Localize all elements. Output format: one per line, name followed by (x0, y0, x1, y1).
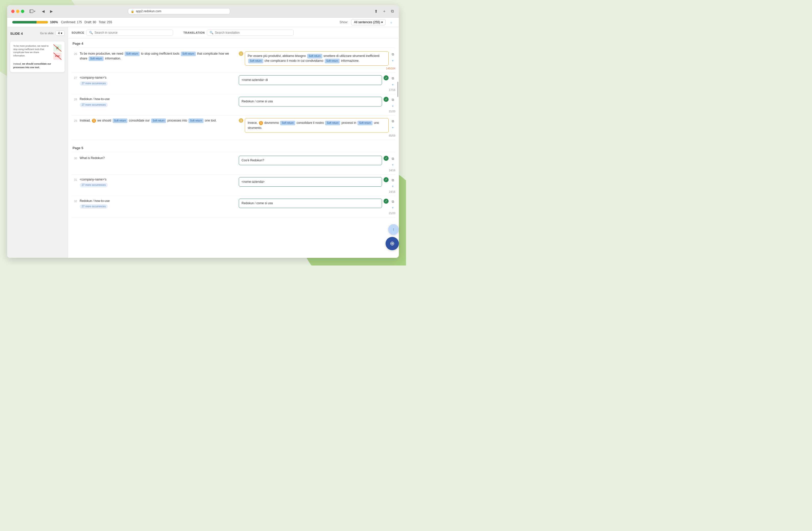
lock-icon: 🔒 (131, 10, 134, 13)
more-occurrences[interactable]: 27 more occurrences (80, 81, 108, 86)
back-button[interactable]: ◀ (40, 8, 47, 15)
translation-input-wrap: <nome-azienda> di ✓ ⧉ + (239, 75, 395, 87)
copy-button[interactable]: ⧉ (390, 119, 395, 124)
help-button[interactable]: ⊕ (386, 237, 399, 250)
row-num: 32 (72, 198, 77, 203)
translation-box[interactable]: <nome-azienda> di (239, 75, 382, 85)
info-icon: i (239, 118, 243, 123)
go-to-chevron: ▾ (61, 31, 62, 35)
toolbar-stats: Confirmed: 175 Draft: 80 Total: 255 (61, 20, 112, 24)
source-cell: Redokun / how-to-use 27 more occurrences (80, 97, 236, 107)
sidebar-toggle[interactable]: ▾ (29, 9, 35, 13)
row-num: 31 (72, 177, 77, 181)
translation-cell: Cos'è Redokun? ✓ ⧉ + 14/16 (239, 156, 395, 172)
add-button[interactable]: + (390, 125, 395, 130)
translation-box[interactable]: <nome-azienda> (239, 177, 382, 187)
row-actions: ⧉ + (390, 156, 395, 167)
copy-button[interactable]: ⧉ (390, 97, 395, 102)
scrollbar[interactable] (397, 82, 398, 97)
source-search-wrap[interactable]: 🔍 (86, 30, 173, 36)
soft-return-tag: Soft return (89, 56, 104, 61)
translation-box[interactable]: Redokun / come si usa (239, 198, 382, 208)
soft-return-tag: Soft return (325, 121, 340, 126)
translation-input-wrap: Redokun / come si usa ✓ ⧉ + (239, 97, 395, 108)
close-button[interactable] (11, 10, 15, 13)
forward-button[interactable]: ▶ (48, 8, 55, 15)
source-cell: Redokun / how-to-use 27 more occurrences (80, 198, 236, 209)
confirmed-check: ✓ (383, 156, 389, 161)
show-dropdown[interactable]: All sentences (255) ▾ (351, 19, 386, 25)
copy-button[interactable]: ⧉ (390, 76, 395, 81)
translation-cell: i Invece, 1 dovremmo Soft return consoli… (239, 118, 395, 137)
sidebar: SLIDE 4 Go to slide: 4 ▾ To be more prod… (7, 27, 68, 258)
scroll-top-button[interactable]: ↑ (388, 224, 399, 235)
row-num: 26 (72, 51, 77, 55)
sidebar-toggle-icon (29, 9, 33, 13)
translation-box[interactable]: Per essere più produttivi, abbiamo bisog… (245, 51, 389, 65)
page4-header: Page 4 (72, 39, 395, 48)
soft-return-tag: Soft return (125, 51, 140, 56)
more-occurrences[interactable]: 27 more occurrences (80, 103, 108, 107)
more-occurrences[interactable]: 27 more occurrences (80, 183, 108, 187)
soft-return-tag: Soft return (325, 59, 340, 63)
add-button[interactable]: + (390, 205, 395, 210)
progress-draft (37, 21, 48, 24)
copy-button[interactable]: ⧉ (390, 156, 395, 161)
translation-search-icon: 🔍 (209, 31, 214, 34)
translation-input-wrap: <nome-azienda> ✓ ⧉ + (239, 177, 395, 189)
browser-window: ▾ ◀ ▶ 🔒 app2.redokun.com ⬆ ＋ ⧉ 100% Conf… (7, 5, 399, 258)
copy-button[interactable]: ⧉ (390, 52, 395, 57)
maximize-button[interactable] (21, 10, 24, 13)
translation-input-wrap: Redokun / come si usa ✓ ⧉ + (239, 198, 395, 210)
share-button[interactable]: ⬆ (373, 8, 379, 15)
confirmed-check: ✓ (383, 97, 389, 102)
translation-box[interactable]: Cos'è Redokun? (239, 156, 382, 165)
more-occurrences[interactable]: 27 more occurrences (80, 204, 108, 209)
go-to-input[interactable]: 4 ▾ (56, 31, 64, 36)
add-button[interactable]: + (390, 184, 395, 189)
slide-bottom-text: Instead, we should consolidate our proce… (13, 62, 61, 69)
copy-button[interactable]: ⧉ (390, 199, 395, 204)
slide-preview: To be more productive, we need to stop u… (10, 41, 64, 72)
soft-return-tag: Soft return (113, 118, 128, 123)
numbered-tag: 1 (259, 121, 263, 125)
add-button[interactable]: + (390, 162, 395, 167)
browser-chrome: ▾ ◀ ▶ 🔒 app2.redokun.com ⬆ ＋ ⧉ (7, 5, 399, 18)
draft-count: Draft: 80 (85, 20, 96, 24)
translation-search-input[interactable] (215, 31, 291, 34)
soft-return-tag: Soft return (151, 118, 166, 123)
content-scroll[interactable]: Page 4 26 To be more productive, we need… (68, 39, 399, 258)
translation-box[interactable]: Invece, 1 dovremmo Soft return consolida… (245, 118, 389, 133)
copy-button[interactable]: ⧉ (390, 178, 395, 183)
source-search-input[interactable] (95, 31, 170, 34)
minimize-button[interactable] (16, 10, 19, 13)
filter-button[interactable]: ⬦ (389, 20, 394, 25)
table-row: 28 Redokun / how-to-use 27 more occurren… (72, 94, 395, 116)
show-label: Show: (339, 20, 348, 24)
traffic-lights (11, 10, 24, 13)
new-tab-button[interactable]: ＋ (381, 8, 387, 15)
source-label: SOURCE (72, 31, 84, 34)
help-icon: ⊕ (390, 240, 394, 247)
source-cell: To be more productive, we need Soft retu… (80, 51, 236, 61)
translation-input-wrap: i Invece, 1 dovremmo Soft return consoli… (239, 118, 395, 133)
slide-header: SLIDE 4 (10, 32, 23, 35)
translation-label: TRANSLATION (183, 31, 205, 34)
row-actions: ⧉ + (390, 177, 395, 189)
search-bar: SOURCE 🔍 TRANSLATION 🔍 (68, 27, 399, 39)
table-row: 31 <company-name>'s 27 more occurrences … (72, 175, 395, 196)
add-button[interactable]: + (390, 58, 395, 63)
add-button[interactable]: + (390, 103, 395, 108)
address-bar[interactable]: 🔒 app2.redokun.com (128, 8, 230, 14)
confirmed-count: Confirmed: 175 (61, 20, 82, 24)
translation-input-wrap: i Per essere più produttivi, abbiamo bis… (239, 51, 395, 65)
show-value: All sentences (255) (354, 20, 380, 24)
go-to-label: Go to slide: (40, 32, 54, 35)
pct-label: 100% (50, 20, 58, 24)
tabs-button[interactable]: ⧉ (390, 8, 395, 15)
translation-search-wrap[interactable]: 🔍 (207, 30, 294, 36)
add-button[interactable]: + (390, 82, 395, 87)
source-cell: What is Redokun? (80, 156, 236, 161)
char-count: 65/59 (239, 134, 395, 137)
translation-box[interactable]: Redokun / come si usa (239, 97, 382, 106)
